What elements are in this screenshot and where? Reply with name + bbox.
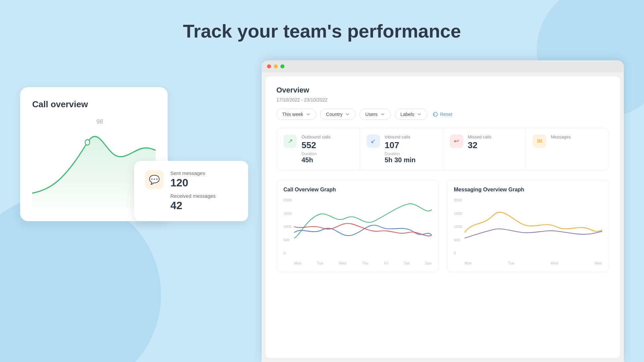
sent-messages-value: 120 (170, 177, 216, 189)
metric-outbound-calls: ↗ Outbound calls 552 Duration 45h (277, 128, 360, 170)
window-minimize-dot[interactable] (274, 64, 278, 68)
missed-details: Missed calls 32 (468, 134, 519, 149)
filter-country-label: Country (326, 112, 342, 117)
chart-peak-label: 98 (96, 118, 103, 125)
messages-card: 💬 Sent messages 120 Received messages 42 (134, 161, 248, 221)
missed-label: Missed calls (468, 134, 519, 139)
received-messages-label: Received messages (170, 193, 216, 199)
outbound-sub-label: Duration (302, 152, 353, 156)
missed-value: 32 (468, 141, 519, 149)
inbound-label: Inbound calls (385, 134, 436, 139)
call-x-axis: Mon Tue Wed Thu Fri Sat Sun (294, 261, 432, 265)
dashboard-date-range: 17/10/2022 - 23/10/2022 (276, 97, 609, 103)
messages-icon: 💬 (149, 175, 160, 185)
messaging-y-axis: 2000 1500 1000 500 0 (454, 198, 462, 255)
outbound-icon: ↗ (283, 134, 297, 148)
filter-users-label: Users (365, 112, 378, 117)
messages-icon-wrap: 💬 (145, 170, 164, 189)
svg-point-0 (85, 140, 90, 145)
call-y-axis: 2000 1500 1000 500 0 (283, 198, 291, 255)
filter-row: This week Country Users Labels Re (276, 109, 609, 120)
inbound-details: Inbound calls 107 Duration 5h 30 min (385, 134, 436, 164)
dashboard-topbar (262, 60, 624, 72)
received-messages-value: 42 (170, 199, 216, 212)
outbound-value: 552 (302, 141, 353, 149)
messaging-overview-graph-card: Messaging Overview Graph 2000 1500 1000 … (447, 180, 609, 272)
reset-icon (433, 112, 438, 117)
chevron-down-icon (417, 112, 422, 117)
messages-row: 💬 Sent messages 120 Received messages 42 (145, 170, 237, 212)
reset-button[interactable]: Reset (433, 112, 452, 117)
window-close-dot[interactable] (267, 64, 271, 68)
metric-messages: ✉ Messages (526, 128, 609, 170)
filter-time-label: This week (282, 112, 303, 117)
chevron-down-icon (380, 112, 385, 117)
messages-metric-details: Messages (551, 134, 602, 141)
dashboard-panel: Overview 17/10/2022 - 23/10/2022 This we… (262, 60, 624, 362)
content-area: Call overview 98 (0, 60, 644, 362)
inbound-value: 107 (385, 141, 436, 149)
outbound-details: Outbound calls 552 Duration 45h (302, 134, 353, 164)
call-graph-svg (294, 198, 432, 247)
messages-metric-icon: ✉ (533, 134, 546, 148)
messaging-x-axis: Mon Tue Wed Wee (465, 261, 602, 265)
dashboard-inner: Overview 17/10/2022 - 23/10/2022 This we… (266, 76, 620, 358)
sent-messages-label: Sent messages (170, 170, 216, 176)
call-overview-graph-card: Call Overview Graph 2000 1500 1000 500 0 (276, 180, 439, 272)
reset-label: Reset (440, 112, 452, 117)
dashboard-title: Overview (276, 86, 609, 95)
outbound-duration: 45h (302, 156, 353, 164)
chevron-down-icon (345, 112, 350, 117)
filter-users[interactable]: Users (360, 109, 391, 120)
chevron-down-icon (306, 112, 311, 117)
messages-metric-label: Messages (551, 134, 602, 139)
page-heading: Track your team's performance (0, 0, 644, 42)
filter-labels[interactable]: Labels (395, 109, 427, 120)
left-panel: Call overview 98 (20, 87, 248, 221)
inbound-duration: 5h 30 min (385, 156, 436, 164)
window-maximize-dot[interactable] (280, 64, 284, 68)
graphs-section: Call Overview Graph 2000 1500 1000 500 0 (276, 180, 609, 272)
filter-country[interactable]: Country (320, 109, 356, 120)
inbound-icon: ↙ (367, 134, 380, 148)
call-overview-title: Call overview (32, 99, 156, 110)
messaging-graph-area: 2000 1500 1000 500 0 (454, 198, 602, 265)
inbound-sub-label: Duration (385, 152, 436, 156)
metric-missed-calls: ↩ Missed calls 32 (443, 128, 526, 170)
metrics-row: ↗ Outbound calls 552 Duration 45h ↙ Inbo… (276, 128, 609, 170)
messaging-graph-title: Messaging Overview Graph (454, 187, 602, 193)
call-graph-title: Call Overview Graph (283, 187, 432, 193)
messages-data: Sent messages 120 Received messages 42 (170, 170, 216, 212)
outbound-label: Outbound calls (302, 134, 353, 139)
metric-inbound-calls: ↙ Inbound calls 107 Duration 5h 30 min (360, 128, 443, 170)
missed-icon: ↩ (450, 134, 463, 148)
call-graph-area: 2000 1500 1000 500 0 (283, 198, 432, 265)
filter-labels-label: Labels (400, 112, 414, 117)
messaging-graph-svg (465, 198, 602, 247)
filter-time[interactable]: This week (276, 109, 316, 120)
